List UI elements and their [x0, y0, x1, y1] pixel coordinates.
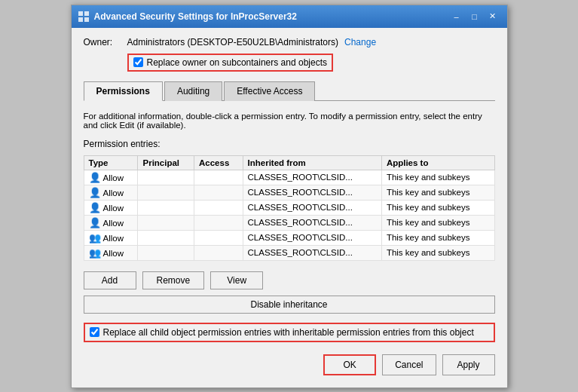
action-buttons-row: Add Remove View	[84, 271, 495, 289]
group-icon: 👥	[89, 247, 101, 259]
change-owner-link[interactable]: Change	[344, 37, 376, 47]
title-bar: Advanced Security Settings for InProcSer…	[72, 5, 507, 28]
permission-table-container: Type Principal Access Inherited from App…	[84, 155, 495, 261]
cell-applies-to: This key and subkeys	[381, 170, 494, 185]
cell-access	[194, 215, 243, 230]
col-applies: Applies to	[381, 155, 494, 170]
info-text: For additional information, double-click…	[84, 112, 495, 130]
close-button[interactable]: ✕	[485, 10, 501, 23]
cell-applies-to: This key and subkeys	[381, 200, 494, 215]
col-inherited: Inherited from	[243, 155, 381, 170]
cell-principal	[138, 215, 194, 230]
cell-inherited-from: CLASSES_ROOT\CLSID...	[243, 230, 381, 245]
permission-entries-label: Permission entries:	[84, 139, 495, 149]
tab-auditing[interactable]: Auditing	[164, 81, 222, 101]
type-label: Allow	[103, 249, 124, 258]
cell-applies-to: This key and subkeys	[381, 215, 494, 230]
cell-principal	[138, 230, 194, 245]
table-row[interactable]: 👤AllowCLASSES_ROOT\CLSID...This key and …	[84, 200, 494, 215]
cell-access	[194, 185, 243, 200]
dialog-content: Owner: Administrators (DESKTOP-E50U2LB\A…	[72, 28, 507, 387]
apply-button[interactable]: Apply	[442, 354, 495, 375]
cell-access	[194, 230, 243, 245]
replace-child-label: Replace all child object permission entr…	[103, 327, 474, 338]
bottom-checkbox-row: Replace all child object permission entr…	[84, 323, 495, 342]
cell-access	[194, 245, 243, 260]
cell-applies-to: This key and subkeys	[381, 245, 494, 260]
replace-owner-container: Replace owner on subcontainers and objec…	[127, 54, 333, 72]
owner-label: Owner:	[84, 37, 121, 47]
view-button[interactable]: View	[210, 271, 263, 289]
replace-owner-checkbox[interactable]	[133, 57, 143, 67]
type-label: Allow	[103, 219, 124, 228]
col-principal: Principal	[138, 155, 194, 170]
table-row[interactable]: 👥AllowCLASSES_ROOT\CLSID...This key and …	[84, 230, 494, 245]
cell-principal	[138, 170, 194, 185]
user-icon: 👤	[89, 172, 101, 183]
cell-principal	[138, 185, 194, 200]
cell-access	[194, 170, 243, 185]
tab-effective-access[interactable]: Effective Access	[224, 81, 315, 101]
cell-type: 👥Allow	[84, 230, 138, 245]
tabs-bar: Permissions Auditing Effective Access	[84, 81, 495, 101]
replace-owner-label: Replace owner on subcontainers and objec…	[147, 57, 327, 68]
cell-inherited-from: CLASSES_ROOT\CLSID...	[243, 215, 381, 230]
replace-child-checkbox[interactable]	[90, 327, 99, 337]
cell-inherited-from: CLASSES_ROOT\CLSID...	[243, 170, 381, 185]
maximize-button[interactable]: □	[466, 10, 483, 23]
tab-permissions[interactable]: Permissions	[84, 81, 163, 101]
cell-principal	[138, 200, 194, 215]
cell-type: 👤Allow	[84, 170, 138, 185]
table-row[interactable]: 👤AllowCLASSES_ROOT\CLSID...This key and …	[84, 215, 494, 230]
type-label: Allow	[103, 173, 124, 182]
minimize-button[interactable]: –	[448, 10, 465, 23]
type-label: Allow	[103, 204, 124, 213]
table-row[interactable]: 👥AllowCLASSES_ROOT\CLSID...This key and …	[84, 245, 494, 260]
permission-table: Type Principal Access Inherited from App…	[84, 155, 495, 261]
cell-type: 👤Allow	[84, 215, 138, 230]
user-icon: 👤	[89, 217, 101, 228]
cell-principal	[138, 245, 194, 260]
window-icon	[78, 11, 90, 23]
cell-type: 👤Allow	[84, 185, 138, 200]
cell-type: 👤Allow	[84, 200, 138, 215]
ok-button[interactable]: OK	[323, 354, 376, 375]
cell-inherited-from: CLASSES_ROOT\CLSID...	[243, 185, 381, 200]
cell-type: 👥Allow	[84, 245, 138, 260]
svg-rect-3	[84, 17, 89, 22]
col-type: Type	[84, 155, 138, 170]
main-window: Advanced Security Settings for InProcSer…	[71, 5, 508, 388]
type-label: Allow	[103, 234, 124, 243]
user-icon: 👤	[89, 187, 101, 198]
cancel-button[interactable]: Cancel	[382, 354, 436, 375]
svg-rect-0	[78, 11, 83, 16]
user-icon: 👤	[89, 202, 101, 213]
group-icon: 👥	[89, 232, 101, 243]
window-title: Advanced Security Settings for InProcSer…	[94, 11, 297, 22]
remove-button[interactable]: Remove	[142, 271, 205, 289]
svg-rect-1	[84, 11, 89, 16]
footer-buttons: OK Cancel Apply	[84, 354, 495, 378]
title-bar-controls: – □ ✕	[448, 10, 501, 23]
table-header-row: Type Principal Access Inherited from App…	[84, 155, 494, 170]
cell-inherited-from: CLASSES_ROOT\CLSID...	[243, 200, 381, 215]
table-row[interactable]: 👤AllowCLASSES_ROOT\CLSID...This key and …	[84, 185, 494, 200]
cell-access	[194, 200, 243, 215]
owner-row: Owner: Administrators (DESKTOP-E50U2LB\A…	[84, 37, 495, 47]
svg-rect-2	[78, 17, 83, 22]
replace-owner-outer: Replace owner on subcontainers and objec…	[127, 54, 495, 72]
title-bar-left: Advanced Security Settings for InProcSer…	[78, 11, 297, 23]
type-label: Allow	[103, 188, 124, 198]
col-access: Access	[194, 155, 243, 170]
cell-applies-to: This key and subkeys	[381, 230, 494, 245]
add-button[interactable]: Add	[84, 271, 136, 289]
cell-inherited-from: CLASSES_ROOT\CLSID...	[243, 245, 381, 260]
disable-inheritance-button[interactable]: Disable inheritance	[84, 296, 495, 314]
owner-value: Administrators (DESKTOP-E50U2LB\Administ…	[127, 37, 339, 47]
cell-applies-to: This key and subkeys	[381, 185, 494, 200]
table-row[interactable]: 👤AllowCLASSES_ROOT\CLSID...This key and …	[84, 170, 494, 185]
